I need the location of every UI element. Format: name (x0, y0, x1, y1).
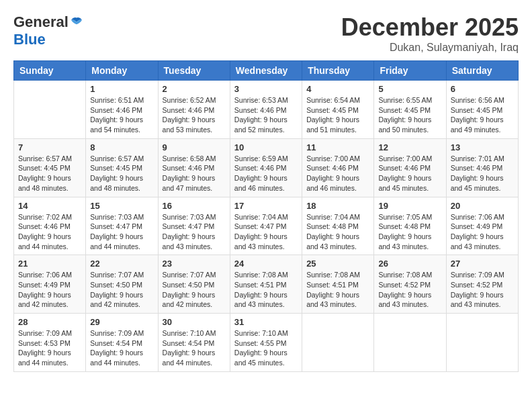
day-info: Sunrise: 6:55 AM Sunset: 4:45 PM Dayligh… (378, 95, 441, 135)
day-cell: 27Sunrise: 7:09 AM Sunset: 4:52 PM Dayli… (446, 255, 518, 314)
day-cell: 23Sunrise: 7:07 AM Sunset: 4:50 PM Dayli… (158, 255, 230, 314)
day-number: 5 (378, 84, 441, 94)
day-cell: 29Sunrise: 7:09 AM Sunset: 4:54 PM Dayli… (86, 314, 158, 372)
day-number: 18 (306, 201, 369, 211)
day-number: 7 (18, 142, 81, 152)
day-cell: 1Sunrise: 6:51 AM Sunset: 4:46 PM Daylig… (86, 81, 158, 139)
day-number: 23 (163, 259, 226, 269)
day-number: 30 (163, 317, 226, 327)
header: General Blue December 2025 Dukan, Sulaym… (13, 13, 519, 54)
day-number: 10 (234, 142, 298, 152)
day-number: 9 (163, 142, 226, 152)
logo-general-text: General (13, 13, 69, 31)
weekday-header-saturday: Saturday (446, 61, 518, 81)
day-cell: 17Sunrise: 7:04 AM Sunset: 4:47 PM Dayli… (230, 197, 302, 255)
week-row-2: 7Sunrise: 6:57 AM Sunset: 4:45 PM Daylig… (14, 138, 519, 197)
day-number: 25 (306, 259, 369, 269)
weekday-header-thursday: Thursday (302, 61, 374, 81)
day-number: 6 (451, 84, 514, 94)
day-number: 31 (234, 317, 298, 327)
day-info: Sunrise: 7:07 AM Sunset: 4:50 PM Dayligh… (90, 270, 153, 310)
day-number: 28 (18, 317, 81, 327)
day-number: 22 (90, 259, 153, 269)
day-number: 8 (90, 142, 153, 152)
weekday-header-wednesday: Wednesday (230, 61, 302, 81)
day-cell: 5Sunrise: 6:55 AM Sunset: 4:45 PM Daylig… (374, 81, 446, 139)
day-info: Sunrise: 6:51 AM Sunset: 4:46 PM Dayligh… (90, 95, 153, 135)
day-cell: 16Sunrise: 7:03 AM Sunset: 4:47 PM Dayli… (158, 197, 230, 255)
day-cell: 30Sunrise: 7:10 AM Sunset: 4:54 PM Dayli… (158, 314, 230, 372)
month-title: December 2025 (341, 13, 519, 42)
day-info: Sunrise: 7:05 AM Sunset: 4:48 PM Dayligh… (378, 212, 441, 252)
day-number: 3 (234, 84, 298, 94)
day-info: Sunrise: 7:02 AM Sunset: 4:46 PM Dayligh… (18, 212, 81, 252)
week-row-5: 28Sunrise: 7:09 AM Sunset: 4:53 PM Dayli… (14, 314, 519, 372)
day-info: Sunrise: 7:03 AM Sunset: 4:47 PM Dayligh… (90, 212, 153, 252)
day-number: 20 (451, 201, 514, 211)
day-number: 12 (378, 142, 441, 152)
day-cell (446, 314, 518, 372)
day-info: Sunrise: 7:06 AM Sunset: 4:49 PM Dayligh… (18, 270, 81, 310)
day-cell: 4Sunrise: 6:54 AM Sunset: 4:45 PM Daylig… (302, 81, 374, 139)
day-number: 17 (234, 201, 298, 211)
day-info: Sunrise: 7:04 AM Sunset: 4:48 PM Dayligh… (306, 212, 369, 252)
day-info: Sunrise: 6:58 AM Sunset: 4:46 PM Dayligh… (163, 154, 226, 193)
day-number: 11 (306, 142, 369, 152)
day-info: Sunrise: 6:54 AM Sunset: 4:45 PM Dayligh… (306, 95, 369, 135)
day-info: Sunrise: 7:00 AM Sunset: 4:46 PM Dayligh… (378, 154, 441, 193)
day-cell: 14Sunrise: 7:02 AM Sunset: 4:46 PM Dayli… (14, 197, 86, 255)
day-info: Sunrise: 6:57 AM Sunset: 4:45 PM Dayligh… (18, 154, 81, 193)
day-cell: 12Sunrise: 7:00 AM Sunset: 4:46 PM Dayli… (374, 138, 446, 197)
day-cell: 7Sunrise: 6:57 AM Sunset: 4:45 PM Daylig… (14, 138, 86, 197)
location-title: Dukan, Sulaymaniyah, Iraq (341, 42, 519, 54)
day-number: 26 (378, 259, 441, 269)
day-info: Sunrise: 7:07 AM Sunset: 4:50 PM Dayligh… (163, 270, 226, 310)
day-cell: 8Sunrise: 6:57 AM Sunset: 4:45 PM Daylig… (86, 138, 158, 197)
day-cell: 3Sunrise: 6:53 AM Sunset: 4:46 PM Daylig… (230, 81, 302, 139)
day-number: 21 (18, 259, 81, 269)
day-number: 13 (451, 142, 514, 152)
day-cell: 21Sunrise: 7:06 AM Sunset: 4:49 PM Dayli… (14, 255, 86, 314)
day-info: Sunrise: 7:06 AM Sunset: 4:49 PM Dayligh… (451, 212, 514, 252)
day-number: 4 (306, 84, 369, 94)
weekday-header-tuesday: Tuesday (158, 61, 230, 81)
weekday-header-friday: Friday (374, 61, 446, 81)
day-cell: 13Sunrise: 7:01 AM Sunset: 4:46 PM Dayli… (446, 138, 518, 197)
day-cell: 15Sunrise: 7:03 AM Sunset: 4:47 PM Dayli… (86, 197, 158, 255)
day-info: Sunrise: 7:09 AM Sunset: 4:52 PM Dayligh… (451, 270, 514, 310)
day-cell: 26Sunrise: 7:08 AM Sunset: 4:52 PM Dayli… (374, 255, 446, 314)
day-number: 27 (451, 259, 514, 269)
week-row-3: 14Sunrise: 7:02 AM Sunset: 4:46 PM Dayli… (14, 197, 519, 255)
day-cell: 11Sunrise: 7:00 AM Sunset: 4:46 PM Dayli… (302, 138, 374, 197)
day-number: 19 (378, 201, 441, 211)
day-cell: 20Sunrise: 7:06 AM Sunset: 4:49 PM Dayli… (446, 197, 518, 255)
weekday-header-monday: Monday (86, 61, 158, 81)
day-info: Sunrise: 7:04 AM Sunset: 4:47 PM Dayligh… (234, 212, 298, 252)
day-number: 16 (163, 201, 226, 211)
day-number: 14 (18, 201, 81, 211)
day-info: Sunrise: 6:57 AM Sunset: 4:45 PM Dayligh… (90, 154, 153, 193)
day-number: 15 (90, 201, 153, 211)
day-cell (14, 81, 86, 139)
day-info: Sunrise: 7:09 AM Sunset: 4:54 PM Dayligh… (90, 328, 153, 368)
day-number: 1 (90, 84, 153, 94)
day-info: Sunrise: 6:53 AM Sunset: 4:46 PM Dayligh… (234, 95, 298, 135)
week-row-1: 1Sunrise: 6:51 AM Sunset: 4:46 PM Daylig… (14, 81, 519, 139)
day-cell: 2Sunrise: 6:52 AM Sunset: 4:46 PM Daylig… (158, 81, 230, 139)
title-area: December 2025 Dukan, Sulaymaniyah, Iraq (341, 13, 519, 54)
day-cell: 18Sunrise: 7:04 AM Sunset: 4:48 PM Dayli… (302, 197, 374, 255)
day-info: Sunrise: 7:08 AM Sunset: 4:51 PM Dayligh… (306, 270, 369, 310)
logo-blue-text: Blue (13, 31, 46, 48)
day-number: 24 (234, 259, 298, 269)
day-cell (374, 314, 446, 372)
weekday-header-sunday: Sunday (14, 61, 86, 81)
calendar: SundayMondayTuesdayWednesdayThursdayFrid… (13, 60, 519, 372)
day-cell: 22Sunrise: 7:07 AM Sunset: 4:50 PM Dayli… (86, 255, 158, 314)
day-info: Sunrise: 6:59 AM Sunset: 4:46 PM Dayligh… (234, 154, 298, 193)
day-info: Sunrise: 7:10 AM Sunset: 4:54 PM Dayligh… (163, 328, 226, 368)
day-info: Sunrise: 7:10 AM Sunset: 4:55 PM Dayligh… (234, 328, 298, 368)
weekday-header-row: SundayMondayTuesdayWednesdayThursdayFrid… (14, 61, 519, 81)
day-cell: 28Sunrise: 7:09 AM Sunset: 4:53 PM Dayli… (14, 314, 86, 372)
day-number: 29 (90, 317, 153, 327)
day-info: Sunrise: 7:08 AM Sunset: 4:52 PM Dayligh… (378, 270, 441, 310)
